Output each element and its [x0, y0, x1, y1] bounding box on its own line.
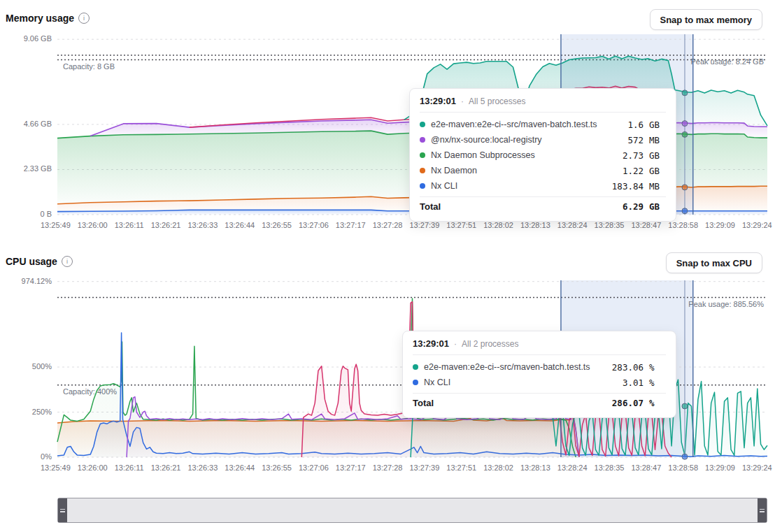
hover-marker — [682, 185, 688, 190]
hover-marker — [682, 454, 688, 459]
process-unit: GB — [649, 166, 666, 176]
tooltip-process-row: e2e-maven:e2e-ci--src/maven-batch.test.t… — [413, 359, 666, 375]
series-color-dot — [413, 380, 418, 385]
tooltip-header: 13:29:01 · All 2 processes — [413, 338, 666, 355]
x-tick-label: 13:28:13 — [520, 463, 550, 472]
x-tick-label: 13:27:28 — [373, 463, 403, 472]
process-value: 3.01 — [623, 378, 644, 388]
hover-marker — [682, 131, 688, 137]
x-tick-label: 13:26:55 — [262, 221, 292, 229]
process-name: Nx Daemon Subprocesses — [431, 150, 617, 160]
x-tick-label: 13:28:02 — [483, 463, 513, 472]
tooltip-header: 13:29:01 · All 5 processes — [420, 96, 666, 113]
process-unit: % — [649, 378, 666, 388]
series-color-dot — [420, 168, 425, 173]
info-icon[interactable]: i — [78, 13, 90, 24]
process-unit: GB — [649, 120, 666, 130]
x-tick-label: 13:26:00 — [78, 463, 108, 472]
reference-label: Capacity: 8 GB — [63, 62, 115, 71]
process-value: 283.06 — [612, 362, 644, 373]
tooltip-separator: · — [454, 339, 457, 349]
process-value: 1.6 — [627, 120, 644, 130]
x-tick-label: 13:27:17 — [336, 463, 366, 472]
snap-to-max-cpu-button[interactable]: Snap to max CPU — [666, 252, 762, 273]
total-unit: GB — [649, 201, 666, 212]
x-tick-label: 13:28:24 — [557, 221, 588, 229]
process-value: 2.73 — [623, 150, 644, 161]
process-value: 572 — [627, 135, 644, 145]
timeline-scrollbar[interactable] — [57, 498, 767, 523]
x-tick-label: 13:28:35 — [595, 463, 625, 472]
tooltip-process-row: Nx CLI183.84MB — [420, 178, 666, 194]
x-tick-label: 13:28:02 — [483, 221, 513, 229]
tooltip-total-row: Total 6.29 GB — [420, 196, 666, 215]
memory-section-title: Memory usage i — [6, 13, 90, 24]
process-name: e2e-maven:e2e-ci--src/maven-batch.test.t… — [424, 362, 606, 372]
x-tick-label: 13:26:33 — [188, 463, 218, 472]
x-tick-label: 13:26:21 — [151, 221, 181, 229]
hover-marker — [682, 208, 688, 214]
scrollbar-left-handle[interactable] — [58, 498, 67, 522]
x-tick-label: 13:27:51 — [446, 463, 476, 472]
process-unit: MB — [649, 181, 666, 192]
x-tick-label: 13:28:58 — [668, 221, 698, 229]
x-tick-label: 13:25:49 — [41, 463, 71, 472]
memory-x-axis: 13:25:4913:26:0013:26:1113:26:2113:26:33… — [41, 221, 772, 229]
y-tick-label: 500% — [3, 362, 52, 371]
x-tick-label: 13:27:17 — [336, 221, 366, 229]
x-tick-label: 13:29:24 — [742, 221, 772, 229]
series-color-dot — [420, 152, 425, 158]
cpu-x-axis: 13:25:4913:26:0013:26:1113:26:2113:26:33… — [41, 463, 772, 472]
x-tick-label: 13:29:24 — [742, 463, 772, 472]
x-tick-label: 13:28:24 — [557, 463, 588, 472]
process-unit: % — [649, 362, 666, 373]
tooltip-process-row: Nx CLI3.01% — [413, 375, 666, 390]
process-unit: MB — [649, 135, 666, 145]
y-tick-label: 2.33 GB — [3, 164, 52, 173]
x-tick-label: 13:27:06 — [299, 463, 329, 472]
tooltip-process-row: Nx Daemon1.22GB — [420, 163, 666, 178]
tooltip-process-row: Nx Daemon Subprocesses2.73GB — [420, 148, 666, 163]
scrollbar-right-handle[interactable] — [758, 498, 767, 522]
tooltip-time: 13:29:01 — [420, 96, 456, 106]
x-tick-label: 13:27:28 — [373, 221, 403, 229]
process-name: Nx CLI — [424, 378, 617, 387]
x-tick-label: 13:26:00 — [78, 221, 108, 229]
y-tick-label: 4.66 GB — [3, 120, 52, 128]
x-tick-label: 13:26:44 — [225, 463, 255, 472]
total-label: Total — [413, 398, 606, 408]
x-tick-label: 13:26:11 — [115, 221, 144, 229]
cpu-title-text: CPU usage — [6, 256, 57, 267]
x-tick-label: 13:28:47 — [631, 463, 661, 472]
total-label: Total — [420, 201, 617, 212]
series-color-dot — [420, 122, 425, 127]
scrollbar-track[interactable] — [67, 498, 758, 522]
x-tick-label: 13:27:39 — [409, 463, 439, 472]
tooltip-subtitle: All 5 processes — [469, 96, 525, 106]
tooltip-separator: · — [461, 96, 464, 106]
x-tick-label: 13:29:09 — [705, 463, 735, 472]
hover-marker — [682, 403, 688, 409]
tooltip-time: 13:29:01 — [413, 338, 449, 349]
process-unit: GB — [649, 150, 666, 161]
x-tick-label: 13:27:39 — [409, 221, 439, 229]
x-tick-label: 13:28:13 — [520, 221, 550, 229]
cpu-tooltip: 13:29:01 · All 2 processes e2e-maven:e2e… — [402, 331, 676, 418]
info-icon[interactable]: i — [62, 256, 73, 267]
process-name: Nx CLI — [431, 181, 606, 191]
x-tick-label: 13:26:21 — [151, 463, 181, 472]
tooltip-process-row: @nx/nx-source:local-registry572MB — [420, 132, 666, 148]
x-tick-label: 13:28:58 — [668, 463, 698, 472]
y-tick-label: 974.12% — [3, 277, 52, 285]
tooltip-process-row: e2e-maven:e2e-ci--src/maven-batch.test.t… — [420, 117, 666, 132]
process-name: Nx Daemon — [431, 166, 617, 175]
series-color-dot — [420, 183, 425, 189]
y-tick-label: 0 B — [3, 210, 52, 218]
y-tick-label: 9.06 GB — [3, 34, 52, 43]
y-tick-label: 0% — [3, 452, 52, 461]
x-tick-label: 13:26:11 — [115, 463, 144, 472]
cpu-section-title: CPU usage i — [6, 256, 73, 267]
reference-label: Capacity: 400% — [63, 387, 117, 396]
process-name: e2e-maven:e2e-ci--src/maven-batch.test.t… — [431, 120, 622, 129]
snap-to-max-memory-button[interactable]: Snap to max memory — [650, 9, 763, 30]
